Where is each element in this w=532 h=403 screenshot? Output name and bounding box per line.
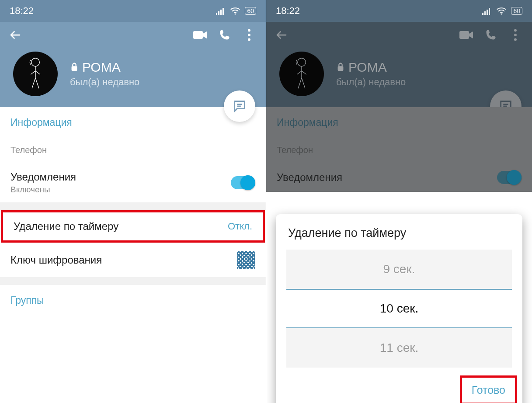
svg-rect-10	[72, 66, 77, 71]
notifications-row[interactable]: Уведомления Включены	[0, 163, 266, 202]
dialog-actions: Готово	[276, 372, 522, 403]
separator	[0, 202, 266, 210]
phone-label[interactable]: Телефон	[266, 136, 532, 163]
header-toolbar	[0, 22, 266, 48]
lock-icon	[336, 60, 345, 75]
svg-point-22	[298, 58, 306, 66]
profile-status: был(а) недавно	[336, 76, 406, 88]
timer-dialog: Удаление по таймеру 9 сек. 10 сек. 11 се…	[276, 214, 522, 403]
notifications-row[interactable]: Уведомления	[266, 163, 532, 192]
svg-point-6	[248, 29, 250, 32]
battery-icon: 60	[245, 7, 256, 15]
encryption-label: Ключ шифрования	[10, 254, 237, 266]
svg-rect-14	[484, 11, 486, 15]
svg-rect-1	[218, 11, 219, 15]
header-toolbar	[266, 22, 532, 48]
more-menu-button[interactable]	[237, 24, 261, 46]
picker-option[interactable]: 9 сек.	[286, 250, 512, 289]
svg-rect-16	[489, 8, 490, 15]
back-button[interactable]	[271, 24, 292, 46]
profile-status: был(а) недавно	[70, 76, 139, 88]
encryption-key-row[interactable]: Ключ шифрования	[0, 243, 266, 277]
separator	[0, 277, 266, 285]
phone-label[interactable]: Телефон	[0, 136, 266, 163]
notifications-status: Включены	[10, 185, 231, 195]
svg-point-9	[31, 58, 40, 66]
dialog-title: Удаление по таймеру	[276, 214, 522, 250]
timer-value: Откл.	[228, 221, 252, 232]
svg-rect-23	[338, 66, 344, 71]
info-section: Информация Телефон Уведомления	[266, 107, 532, 192]
profile-header: РОМА был(а) недавно	[0, 22, 266, 107]
status-icons: 60	[482, 7, 522, 15]
status-icons: 60	[216, 7, 256, 15]
svg-point-19	[514, 29, 517, 32]
svg-point-7	[248, 34, 250, 36]
profile-header: РОМА был(а) недавно	[266, 22, 532, 107]
video-call-button[interactable]	[454, 24, 479, 46]
info-section: Информация Телефон Уведомления Включены	[0, 107, 266, 202]
done-button[interactable]: Готово	[460, 375, 517, 403]
svg-rect-18	[459, 31, 469, 39]
wifi-icon	[230, 7, 240, 15]
svg-point-20	[514, 34, 517, 36]
svg-point-17	[501, 14, 502, 15]
picker-option[interactable]: 11 сек.	[286, 328, 512, 368]
more-menu-button[interactable]	[503, 24, 528, 46]
battery-icon: 60	[511, 7, 522, 15]
notifications-label: Уведомления	[277, 171, 497, 184]
back-button[interactable]	[4, 24, 26, 46]
self-destruct-timer-row[interactable]: Удаление по таймеру Откл.	[1, 210, 265, 243]
status-bar: 18:22 60	[266, 0, 532, 22]
screenshot-right: 18:22 60	[266, 0, 532, 403]
video-call-button[interactable]	[188, 24, 212, 46]
svg-rect-3	[223, 8, 224, 15]
avatar[interactable]	[13, 52, 58, 96]
wifi-icon	[496, 7, 507, 15]
groups-section: Группы	[0, 285, 266, 314]
qr-icon	[237, 251, 255, 269]
voice-call-button[interactable]	[212, 24, 237, 46]
signal-icon	[216, 7, 226, 15]
profile-name: РОМА	[336, 60, 406, 75]
timer-label: Удаление по таймеру	[14, 220, 228, 233]
status-bar: 18:22 60	[0, 0, 266, 22]
svg-rect-15	[487, 10, 488, 15]
profile-row[interactable]: РОМА был(а) недавно	[266, 52, 532, 96]
svg-rect-13	[482, 13, 483, 15]
lock-icon	[70, 60, 79, 75]
chat-fab[interactable]	[224, 90, 255, 122]
notifications-toggle[interactable]	[497, 171, 522, 184]
info-title: Информация	[266, 107, 532, 136]
svg-point-21	[514, 38, 517, 41]
svg-rect-5	[193, 31, 203, 39]
groups-title: Группы	[0, 285, 266, 314]
screenshot-left: 18:22 60	[0, 0, 266, 403]
status-time: 18:22	[276, 5, 482, 17]
svg-point-4	[235, 14, 236, 15]
avatar[interactable]	[279, 52, 324, 96]
signal-icon	[482, 7, 492, 15]
timer-section: Удаление по таймеру Откл. Ключ шифровани…	[0, 210, 266, 277]
svg-rect-0	[216, 13, 217, 15]
voice-call-button[interactable]	[479, 24, 503, 46]
time-picker[interactable]: 9 сек. 10 сек. 11 сек.	[286, 250, 512, 372]
profile-name: РОМА	[70, 60, 139, 75]
picker-option-selected[interactable]: 10 сек.	[286, 289, 512, 328]
profile-row[interactable]: РОМА был(а) недавно	[0, 52, 266, 96]
notifications-label: Уведомления	[10, 171, 231, 183]
svg-rect-2	[220, 10, 222, 15]
notifications-toggle[interactable]	[231, 176, 255, 189]
status-time: 18:22	[10, 5, 216, 17]
svg-point-8	[248, 38, 250, 41]
